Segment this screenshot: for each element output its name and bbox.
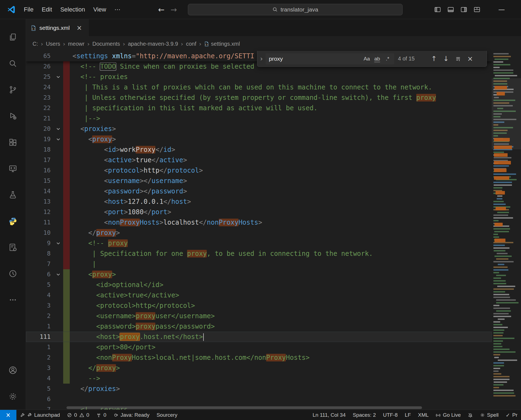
command-center-search[interactable]: translator_java <box>188 4 403 15</box>
fold-chevron-icon[interactable] <box>53 269 63 280</box>
status-indentation[interactable]: Spaces: 2 <box>349 410 380 420</box>
status-prettier[interactable]: ✓Pr <box>502 410 521 420</box>
status-eol[interactable]: LF <box>401 410 414 420</box>
horizontal-scrollbar-thumb[interactable] <box>66 406 422 409</box>
code-line[interactable]: 5 </proxies> <box>26 384 492 394</box>
breadcrumb-item[interactable]: apache-maven-3.9.9 <box>128 41 178 47</box>
line-number[interactable]: 15 <box>26 176 53 186</box>
status-cursor-position[interactable]: Ln 111, Col 34 <box>309 410 349 420</box>
line-number[interactable]: 24 <box>26 82 53 92</box>
code-line[interactable]: 23 | Unless otherwise specified (by syst… <box>26 92 492 103</box>
code-line[interactable]: 10 </proxy> <box>26 228 492 238</box>
regex-button[interactable]: .* <box>383 54 392 63</box>
line-number[interactable]: 111 <box>26 332 53 342</box>
code-line[interactable]: 11 <nonProxyHosts>localhost</nonProxyHos… <box>26 217 492 228</box>
line-number[interactable]: 17 <box>26 155 53 165</box>
line-number[interactable]: 6 <box>26 269 53 280</box>
code-line[interactable]: 7 | <box>26 259 492 269</box>
fold-chevron-icon[interactable] <box>53 124 63 134</box>
fold-chevron-icon[interactable] <box>53 238 63 248</box>
line-number[interactable]: 3 <box>26 300 53 311</box>
status-sourcery[interactable]: Sourcery <box>153 410 181 420</box>
status-java-status[interactable]: Java: Ready <box>110 410 153 420</box>
tab-settings-xml[interactable]: settings.xml × <box>26 19 89 37</box>
line-number[interactable]: 5 <box>26 384 53 394</box>
line-number[interactable]: 18 <box>26 144 53 155</box>
menu-view[interactable]: View <box>89 4 110 15</box>
whole-word-button[interactable]: ab <box>372 54 382 63</box>
python-icon[interactable] <box>0 208 26 234</box>
line-number[interactable]: 22 <box>26 103 53 113</box>
code-line[interactable]: 13 <host>127.0.0.1</host> <box>26 196 492 207</box>
status-encoding[interactable]: UTF-8 <box>379 410 401 420</box>
fold-chevron-icon[interactable] <box>53 134 63 144</box>
code-line[interactable]: 25 <!-- proxies <box>26 72 492 82</box>
code-line[interactable]: 19 <proxy> <box>26 134 492 144</box>
line-number[interactable]: 16 <box>26 165 53 176</box>
code-line[interactable]: 6 <box>26 394 492 404</box>
editor[interactable]: 65 <settings xmlns="http://maven.apache.… <box>26 51 492 410</box>
tab-close-icon[interactable]: × <box>75 24 83 32</box>
notebook-extension-icon[interactable] <box>0 234 26 260</box>
toggle-panel-icon[interactable] <box>445 4 456 15</box>
line-number[interactable]: 25 <box>26 72 53 82</box>
line-number[interactable]: 8 <box>26 248 53 259</box>
code-line[interactable]: 20 <proxies> <box>26 124 492 134</box>
account-icon[interactable] <box>0 357 26 383</box>
line-number[interactable]: 1 <box>26 321 53 332</box>
settings-gear-icon[interactable] <box>0 383 26 410</box>
line-number[interactable]: 3 <box>26 363 53 373</box>
fold-chevron-icon[interactable] <box>53 72 63 82</box>
line-number[interactable]: 10 <box>26 228 53 238</box>
line-number[interactable]: 4 <box>26 290 53 300</box>
code-line[interactable]: 4 --> <box>26 373 492 384</box>
menu-selection[interactable]: Selection <box>56 4 89 15</box>
code-line[interactable]: 24 | This is a list of proxies which can… <box>26 82 492 92</box>
breadcrumb-item[interactable]: C: <box>33 41 38 47</box>
line-number[interactable]: 19 <box>26 134 53 144</box>
breadcrumb-item[interactable]: meowr <box>68 41 85 47</box>
line-number[interactable]: 5 <box>26 280 53 290</box>
code-line[interactable]: 1 <port>80</port> <box>26 342 492 352</box>
line-number[interactable]: 9 <box>26 238 53 248</box>
line-number[interactable]: 7 <box>26 259 53 269</box>
code-line[interactable]: 2 <username>proxyuser</username> <box>26 311 492 321</box>
line-number[interactable]: 2 <box>26 352 53 363</box>
code-line[interactable]: 3 <protocol>http</protocol> <box>26 300 492 311</box>
back-button[interactable]: ← <box>158 5 164 14</box>
run-debug-icon[interactable] <box>0 103 26 129</box>
code-line[interactable]: 16 <protocol>http</protocol> <box>26 165 492 176</box>
explorer-icon[interactable] <box>0 24 26 50</box>
status-spell[interactable]: Spell <box>476 410 502 420</box>
breadcrumb-item-file[interactable]: settings.xml <box>204 41 240 47</box>
code-line[interactable]: 3 </proxy> <box>26 363 492 373</box>
menu-edit[interactable]: Edit <box>37 4 56 15</box>
line-number[interactable]: 6 <box>26 394 53 404</box>
toggle-primary-sidebar-icon[interactable] <box>432 4 443 15</box>
code-line[interactable]: 15 <username></username> <box>26 176 492 186</box>
line-number[interactable]: 26 <box>26 61 53 72</box>
code-line[interactable]: 22 | specification in this list marked a… <box>26 103 492 113</box>
more-views-icon[interactable] <box>0 287 26 313</box>
customize-layout-icon[interactable] <box>471 4 482 15</box>
code-line[interactable]: 1 <password>proxypass</password> <box>26 321 492 332</box>
toggle-secondary-sidebar-icon[interactable] <box>458 4 469 15</box>
status-notifications[interactable] <box>464 410 476 420</box>
match-case-button[interactable]: Aa <box>362 54 372 63</box>
line-number[interactable]: 13 <box>26 196 53 207</box>
minimap[interactable] <box>492 51 521 410</box>
status-remote-indicator[interactable] <box>0 410 16 420</box>
status-ports[interactable]: 0 <box>93 410 110 420</box>
forward-button[interactable]: → <box>170 5 177 14</box>
code-line[interactable]: 111 <host>proxy.host.net</host> <box>26 332 492 342</box>
minimize-window-button[interactable]: — <box>494 0 509 19</box>
toggle-replace-button[interactable]: › <box>257 51 266 66</box>
status-launchpad[interactable]: Launchpad <box>16 410 63 420</box>
code-line[interactable]: 4 <active>true</active> <box>26 290 492 300</box>
next-match-button[interactable]: ↓ <box>440 53 452 64</box>
status-go-live[interactable]: Go Live <box>432 410 464 420</box>
code-line[interactable]: 9 <!-- proxy <box>26 238 492 248</box>
code-line[interactable]: 5 <id>optional</id> <box>26 280 492 290</box>
line-number[interactable]: 20 <box>26 124 53 134</box>
find-input[interactable] <box>269 56 361 62</box>
